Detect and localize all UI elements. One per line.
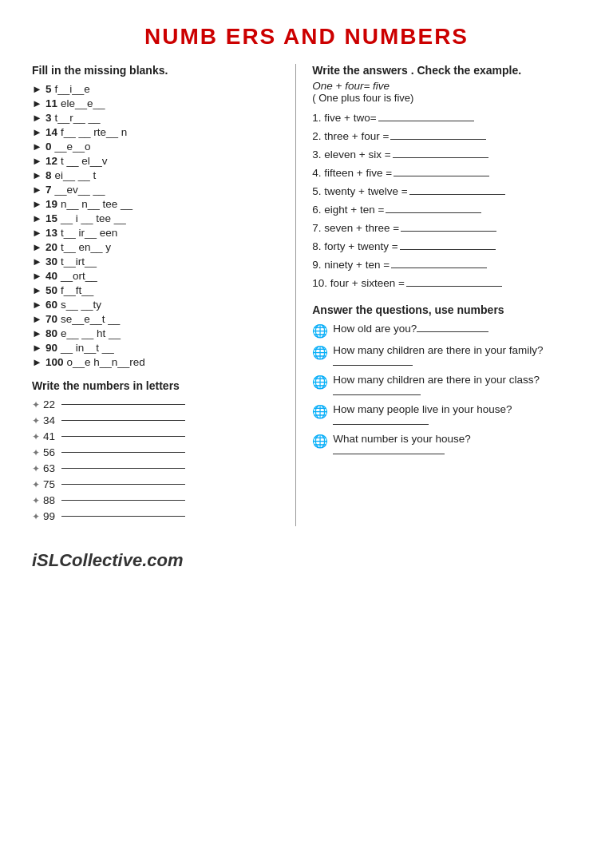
number-label: 40 [45, 270, 57, 282]
write-number-item: ✦88 [32, 494, 279, 506]
globe-icon: 🌐 [312, 434, 328, 449]
arrow-icon: ► [32, 256, 42, 268]
math-problem-item: 2. three + four = [312, 130, 581, 142]
math-problem-item: 5. twenty + twelve = [312, 185, 581, 197]
blank-text: e__ __ ht __ [61, 327, 121, 339]
write-number-item: ✦75 [32, 478, 279, 490]
write-number-item: ✦56 [32, 446, 279, 458]
problem-num: 8. [312, 240, 321, 252]
question-answer-line [333, 365, 413, 366]
arrow-icon: ► [32, 227, 42, 239]
question-text: How old are you? [333, 323, 488, 335]
question-text: How many people live in your house? [333, 403, 581, 427]
diamond-icon: ✦ [32, 415, 40, 426]
blank-text: s__ __ty [61, 299, 101, 311]
problem-num: 4. [312, 167, 321, 179]
number-label: 13 [45, 227, 57, 239]
math-problem-item: 1. five + two= [312, 112, 581, 124]
arrow-icon: ► [32, 313, 42, 325]
arrow-icon: ► [32, 270, 42, 282]
number-label: 90 [45, 342, 57, 354]
number-value: 99 [43, 510, 55, 522]
number-label: 8 [45, 169, 52, 181]
blank-text: __ in__t __ [61, 342, 114, 354]
math-problem-item: 4. fifteen + five = [312, 167, 581, 179]
missing-blank-item: ►12 t __ el__v [32, 155, 279, 167]
problem-text: eight + ten = [324, 204, 384, 216]
math-problem-item: 8. forty + twenty = [312, 240, 581, 252]
number-label: 7 [45, 184, 52, 196]
number-label: 11 [45, 97, 57, 109]
number-label: 3 [45, 112, 52, 124]
missing-blank-item: ►70 se__e__t __ [32, 313, 279, 325]
problem-text: forty + twenty = [324, 240, 397, 252]
missing-blank-item: ►60 s__ __ty [32, 299, 279, 311]
answer-line [390, 139, 486, 140]
right-column: Write the answers . Check the example. O… [295, 64, 581, 526]
missing-blank-item: ►15 __ i __ tee __ [32, 212, 279, 224]
blank-text: t__irt__ [61, 256, 97, 268]
arrow-icon: ► [32, 327, 42, 339]
question-text: How many children are there in your clas… [333, 374, 581, 398]
math-problem-item: 6. eight + ten = [312, 204, 581, 216]
question-item: 🌐How many people live in your house? [312, 403, 581, 427]
answer-line [406, 286, 502, 287]
number-label: 0 [45, 141, 52, 153]
math-problem-item: 9. ninety + ten = [312, 259, 581, 271]
arrow-icon: ► [32, 299, 42, 311]
diamond-icon: ✦ [32, 399, 40, 410]
blank-text: __ev__ __ [54, 184, 105, 196]
number-value: 75 [43, 478, 55, 490]
question-answer-line [333, 424, 429, 425]
question-item: 🌐How many children are there in your fam… [312, 344, 581, 368]
write-line [61, 452, 185, 453]
problem-text: ninety + ten = [324, 259, 390, 271]
blank-text: f__ft__ [61, 284, 93, 296]
missing-blank-item: ►13 t__ ir__ een [32, 227, 279, 239]
problem-num: 5. [312, 185, 321, 197]
answer-line [378, 121, 474, 121]
write-number-item: ✦41 [32, 430, 279, 442]
problem-num: 6. [312, 204, 321, 216]
write-line [61, 500, 185, 501]
math-problem-item: 7. seven + three = [312, 222, 581, 234]
answer-line [400, 249, 496, 250]
arrow-icon: ► [32, 356, 42, 368]
write-line [61, 484, 185, 485]
missing-blank-item: ►80 e__ __ ht __ [32, 327, 279, 339]
arrow-icon: ► [32, 83, 42, 95]
problem-num: 3. [312, 149, 321, 161]
problem-text: fifteen + five = [324, 167, 392, 179]
missing-blank-item: ►8 ei__ __ t [32, 169, 279, 181]
math-problems-list: 1. five + two=2. three + four =3. eleven… [312, 112, 581, 289]
footer: iSLCollective.com [32, 550, 581, 571]
globe-icon: 🌐 [312, 345, 328, 360]
section2-title: Write the numbers in letters [32, 379, 279, 392]
arrow-icon: ► [32, 169, 42, 181]
number-label: 60 [45, 299, 57, 311]
missing-blank-item: ►0 __e__o [32, 141, 279, 153]
arrow-icon: ► [32, 141, 42, 153]
number-label: 100 [45, 356, 64, 368]
question-item: 🌐How old are you? [312, 323, 581, 339]
problem-num: 2. [312, 130, 321, 142]
answer-line [409, 194, 505, 195]
number-value: 56 [43, 446, 55, 458]
question-item: 🌐What number is your house? [312, 433, 581, 457]
questions-section-title: Answer the questions, use numbers [312, 303, 581, 316]
question-item: 🌐How many children are there in your cla… [312, 374, 581, 398]
number-label: 20 [45, 241, 57, 253]
number-value: 63 [43, 462, 55, 474]
number-label: 50 [45, 284, 57, 296]
write-number-item: ✦34 [32, 414, 279, 426]
missing-blank-item: ►100 o__e h__n__red [32, 356, 279, 368]
arrow-icon: ► [32, 212, 42, 224]
blank-text: __ort__ [61, 270, 97, 282]
question-answer-line [333, 394, 421, 395]
question-answer-line [333, 454, 445, 454]
blank-text: __ i __ tee __ [61, 212, 126, 224]
missing-blank-item: ►90 __ in__t __ [32, 342, 279, 354]
blank-text: t__r__ __ [54, 112, 100, 124]
number-label: 80 [45, 327, 57, 339]
globe-icon: 🌐 [312, 404, 328, 419]
